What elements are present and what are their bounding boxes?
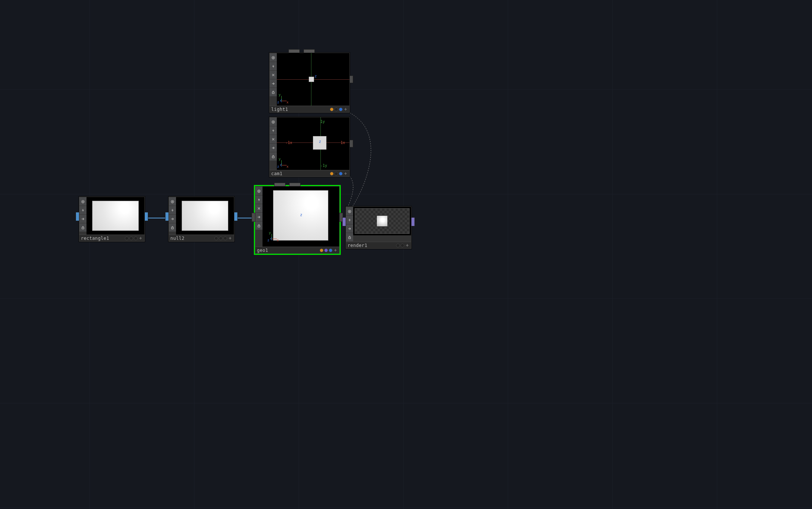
lock-icon[interactable] (169, 223, 176, 232)
flag-purple[interactable] (396, 244, 400, 247)
node-label: geo1 (257, 248, 319, 253)
node-label: render1 (348, 243, 395, 248)
flag-orange[interactable] (330, 172, 334, 176)
top-connector-1[interactable] (288, 49, 300, 53)
target-icon[interactable] (169, 197, 176, 206)
arrow-right-icon[interactable] (270, 79, 277, 88)
svg-point-1 (82, 201, 83, 202)
render-output-square (377, 216, 387, 226)
plus-icon[interactable]: + (138, 236, 143, 241)
bolt-icon[interactable] (255, 195, 263, 204)
axis-z-label: z (300, 213, 302, 217)
plus-icon[interactable]: + (343, 107, 348, 112)
arrow-right-icon[interactable] (346, 224, 353, 233)
svg-point-16 (349, 211, 350, 212)
output-connector[interactable] (349, 76, 353, 83)
axis-1y-label: 1y (320, 120, 325, 124)
plus-icon[interactable]: + (333, 248, 338, 253)
flag-purple[interactable] (334, 172, 338, 176)
axis-1x-label: 1x (340, 141, 345, 145)
node-label: rectangle1 (81, 236, 124, 241)
arrow-right-icon[interactable] (79, 215, 87, 223)
svg-rect-5 (172, 227, 174, 229)
svg-point-13 (273, 121, 273, 122)
output-connector[interactable] (144, 212, 148, 221)
svg-point-4 (172, 201, 173, 202)
output-connector[interactable] (234, 212, 238, 221)
output-connector[interactable] (411, 217, 415, 226)
node-label: light1 (271, 107, 329, 112)
svg-point-7 (258, 191, 259, 191)
bolt-icon[interactable] (270, 62, 277, 70)
node-render1[interactable]: render1 + (346, 206, 411, 249)
svg-rect-17 (349, 237, 351, 238)
lock-icon[interactable] (270, 152, 277, 161)
flag-blue[interactable] (339, 172, 343, 176)
wires-layer (0, 0, 812, 509)
node-rectangle1[interactable]: rectangle1 + (79, 197, 145, 242)
node-preview[interactable] (353, 207, 411, 235)
flag-orange[interactable] (320, 248, 323, 252)
top-connector-1[interactable] (274, 183, 285, 186)
wire-light1-render1 (350, 113, 371, 211)
node-preview[interactable] (176, 197, 234, 235)
bolt-icon[interactable] (270, 126, 277, 135)
flag-blue[interactable] (401, 244, 404, 247)
lock-icon[interactable] (255, 221, 263, 230)
target-icon[interactable] (79, 197, 87, 206)
node-geo1[interactable]: z x y z geo1 + (255, 186, 340, 254)
arrow-right-icon[interactable] (270, 144, 277, 152)
target-icon[interactable] (270, 118, 277, 126)
plus-icon[interactable]: + (405, 243, 410, 248)
target-icon[interactable] (255, 187, 263, 195)
arrow-right-icon[interactable] (255, 213, 263, 221)
plus-icon[interactable]: + (343, 171, 348, 176)
top-connector-2[interactable] (304, 49, 315, 53)
svg-rect-14 (272, 156, 275, 158)
flag-teal[interactable] (214, 236, 218, 240)
flag-purple[interactable] (219, 236, 223, 240)
lock-icon[interactable] (270, 88, 277, 96)
lock-icon[interactable] (79, 223, 87, 232)
flag-blue[interactable] (134, 236, 138, 240)
node-tab-buttons (346, 207, 353, 242)
bolt-icon[interactable] (169, 206, 176, 214)
top-connector-2[interactable] (289, 183, 301, 186)
flag-blue[interactable] (339, 108, 343, 111)
target-icon[interactable] (270, 53, 277, 62)
close-icon[interactable] (270, 135, 277, 143)
axis-n1x-label: -1x (285, 141, 292, 145)
target-icon[interactable] (346, 207, 353, 215)
bolt-icon[interactable] (79, 206, 87, 214)
node-preview[interactable]: z x y z (263, 186, 339, 247)
node-preview[interactable] (87, 197, 144, 235)
node-preview[interactable]: z 1y -1y 1x -1x x y z (277, 117, 349, 170)
input-connector[interactable] (342, 217, 346, 226)
flag-purple[interactable] (324, 248, 328, 252)
close-icon[interactable] (270, 71, 277, 79)
axis-origin-gizmo: x y z (279, 159, 288, 168)
axis-origin-gizmo: x y z (279, 94, 288, 103)
node-null2[interactable]: null2 + (168, 197, 234, 242)
node-cam1[interactable]: z 1y -1y 1x -1x x y z cam1 + (269, 117, 350, 177)
lock-icon[interactable] (346, 233, 353, 241)
input-connector[interactable] (252, 213, 255, 222)
input-connector[interactable] (165, 212, 169, 221)
node-light1[interactable]: z x y z light1 + (269, 53, 350, 113)
flag-teal[interactable] (125, 236, 129, 240)
svg-rect-11 (272, 92, 275, 93)
flag-purple[interactable] (129, 236, 133, 240)
input-connector[interactable] (76, 212, 79, 221)
plus-icon[interactable]: + (228, 236, 232, 241)
close-icon[interactable] (255, 204, 263, 212)
node-tab-buttons (79, 197, 87, 235)
arrow-right-icon[interactable] (169, 215, 176, 223)
flag-orange[interactable] (330, 108, 334, 111)
bolt-icon[interactable] (346, 216, 353, 224)
svg-point-10 (273, 57, 273, 58)
output-connector[interactable] (349, 140, 353, 147)
flag-purple[interactable] (334, 108, 338, 111)
node-preview[interactable]: z x y z (277, 53, 349, 106)
flag-blue[interactable] (329, 248, 332, 252)
flag-blue[interactable] (223, 236, 227, 240)
